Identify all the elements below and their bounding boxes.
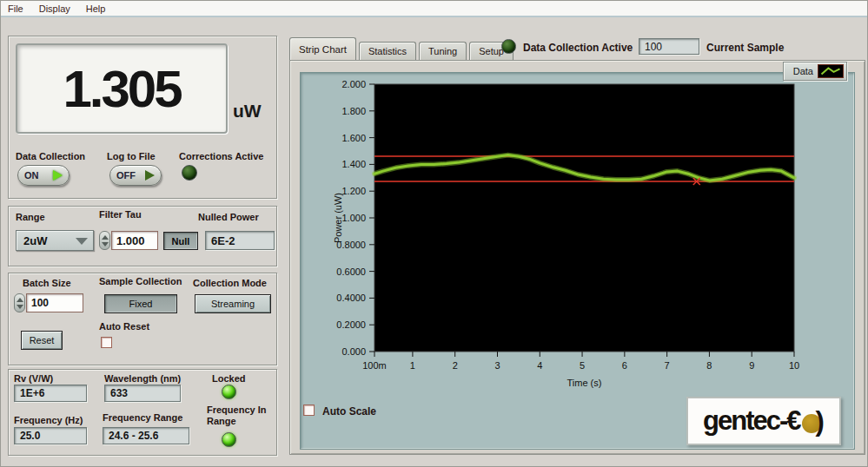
locked-led [222,385,236,399]
sensor-panel: Rv (V/W) 1E+6 Wavelength (nm) 633 Locked… [8,369,277,456]
x-tick-label: 2 [453,360,458,371]
gentec-logo-symbol: -€ [779,405,800,437]
y-tick-label: 0.4000 [336,293,366,303]
x-tick-label: 7 [665,360,670,371]
menu-item-help[interactable]: Help [86,3,106,14]
chart-legend[interactable]: Data [783,62,847,81]
sample-collection-button[interactable]: Fixed [104,294,177,313]
plot-area [374,84,794,352]
y-tick-label: 1.200 [341,186,366,196]
power-readout-display: 1.305 [16,43,228,134]
batch-panel: Batch Size Sample Collection Collection … [8,273,277,365]
batch-size-label: Batch Size [23,278,71,288]
menu-item-display[interactable]: Display [39,3,70,14]
filter-tau-label: Filter Tau [99,209,142,220]
y-tick-label: 0.000 [341,346,366,357]
x-tick-label: 100m [362,360,387,371]
collection-mode-label: Collection Mode [193,278,267,288]
nulled-power-field: 6E-2 [205,231,275,250]
reset-button[interactable]: Reset [21,331,63,350]
chevron-down-icon [76,238,88,245]
x-tick-label: 4 [537,360,542,371]
increment-icon [17,298,23,302]
increment-icon [102,235,109,240]
switch-arrow-icon [145,170,155,181]
corrections-active-led [182,165,197,181]
legend-line-icon [818,64,844,78]
filter-tau-stepper[interactable] [99,231,110,250]
tab-tuning[interactable]: Tuning [419,42,467,60]
gentec-logo: gentec -€ ) [686,397,841,445]
menu-item-file[interactable]: File [8,3,23,14]
strip-chart[interactable]: 2.0001.8001.6001.4001.2001.0000.80000.60… [296,76,861,398]
wavelength-label: Wavelength (nm) [104,373,181,384]
tab-strip: Strip ChartStatisticsTuningSetup [289,37,516,60]
x-axis-title: Time (s) [567,378,602,388]
meter-panel: 1.305 uW Data Collection Log to File Cor… [8,36,277,199]
menu-bar: FileDisplayHelp [1,1,868,17]
rv-field: 1E+6 [14,385,87,402]
current-sample-field: 100 [639,38,699,55]
log-to-file-switch-state: OFF [116,170,136,181]
auto-reset-checkbox[interactable] [101,337,112,348]
x-tick-label: 9 [749,360,754,371]
x-tick-label: 10 [789,360,799,371]
auto-reset-label: Auto Reset [99,321,149,332]
power-readout-value: 1.305 [63,59,180,119]
data-collection-label: Data Collection [16,151,85,161]
decrement-icon [17,305,23,309]
frequency-range-field: 24.6 - 25.6 [103,427,189,444]
data-collection-switch-state: ON [24,170,39,181]
corrections-active-label: Corrections Active [179,151,263,161]
x-tick-label: 5 [580,360,585,371]
x-tick-label: 1 [410,360,415,371]
range-dropdown-value: 2uW [23,234,47,247]
log-to-file-label: Log to File [107,151,156,161]
decrement-icon [102,242,109,247]
current-sample-label: Current Sample [706,42,784,54]
data-collection-switch[interactable]: ON [17,165,70,186]
frequency-field: 25.0 [14,427,87,444]
filter-tau-field[interactable]: 1.000 [111,231,158,250]
tab-strip-chart[interactable]: Strip Chart [289,37,356,60]
x-tick-label: 6 [622,360,627,371]
range-label: Range [16,212,45,222]
y-tick-label: 1.600 [341,133,366,143]
nulled-power-label: Nulled Power [198,212,259,222]
frequency-in-range-label: Frequency In Range [207,405,269,427]
y-tick-label: 0.2000 [336,319,366,330]
y-tick-label: 1.400 [341,159,366,169]
y-tick-label: 1.000 [341,213,366,223]
null-button[interactable]: Null [163,232,198,250]
collection-mode-button[interactable]: Streaming [195,294,271,313]
batch-size-field[interactable]: 100 [26,293,83,312]
gentec-logo-text: gentec [703,405,779,437]
auto-scale-label: Auto Scale [322,405,376,418]
range-dropdown[interactable]: 2uW [16,230,94,251]
frequency-range-label: Frequency Range [103,412,182,423]
switch-arrow-icon [53,170,63,181]
log-to-file-switch[interactable]: OFF [109,165,162,186]
data-collection-active-label: Data Collection Active [523,42,633,54]
y-axis-title: Power (uW) [333,193,343,243]
auto-scale-checkbox[interactable] [303,405,315,416]
x-tick-label: 8 [706,360,712,371]
sample-collection-label: Sample Collection [99,276,182,286]
data-collection-active-led [501,39,516,54]
y-tick-label: 2.000 [341,79,366,89]
x-tick-label: 3 [494,360,500,371]
y-tick-label: 0.6000 [336,266,366,277]
tab-statistics[interactable]: Statistics [359,42,416,60]
wavelength-field: 633 [104,385,181,402]
gentec-logo-crescent-icon: ) [816,405,825,437]
rv-label: Rv (V/W) [14,373,53,384]
legend-series-label: Data [793,66,813,76]
batch-size-stepper[interactable] [14,293,25,312]
power-unit-label: uW [233,101,262,122]
frequency-in-range-led [222,432,236,447]
y-tick-label: 1.800 [341,106,366,116]
locked-label: Locked [212,373,246,384]
range-panel: Range Filter Tau Nulled Power 2uW 1.000 … [8,206,277,266]
frequency-label: Frequency (Hz) [14,415,83,425]
